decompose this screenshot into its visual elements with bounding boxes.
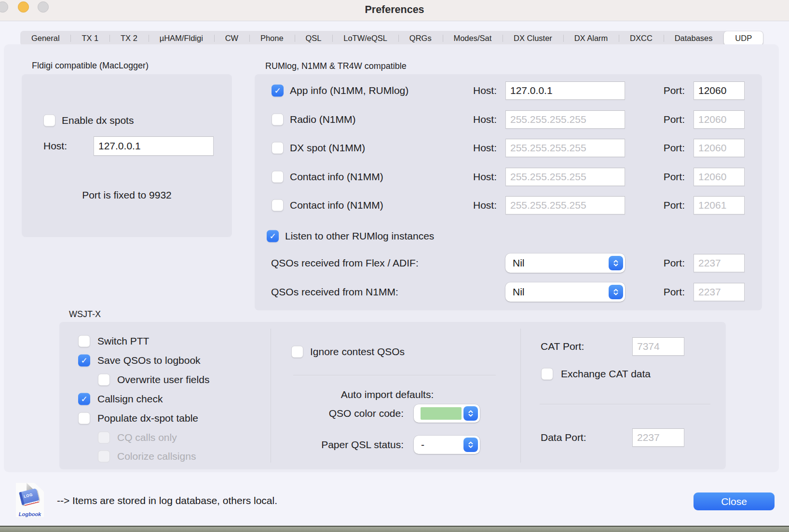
tab-tx1[interactable]: TX 1 (70, 31, 109, 46)
dx-spot-label: DX spot (N1MM) (290, 142, 365, 154)
radio-port-input[interactable] (694, 110, 745, 129)
exchange-cat-label: Exchange CAT data (561, 368, 651, 380)
cat-port-input[interactable] (632, 337, 684, 356)
app-info-row: App info (N1MM, RUMlog) Host: Port: (255, 81, 762, 100)
port-label: Port: (626, 142, 685, 154)
tab-modes-sat[interactable]: Modes/Sat (443, 31, 503, 46)
qso-n1mm-port-input[interactable] (694, 283, 745, 301)
radio-host-input[interactable] (505, 110, 625, 129)
contact-info-host-input-2[interactable] (505, 196, 625, 214)
exchange-cat-row: Exchange CAT data (59, 364, 726, 384)
fldigi-host-label: Host: (43, 140, 67, 152)
radio-label: Radio (N1MM) (290, 114, 356, 125)
contact-info-label-2: Contact info (N1MM) (290, 200, 383, 211)
host-label: Host: (438, 142, 497, 154)
right-divider (540, 404, 710, 404)
host-label: Host: (438, 171, 497, 183)
tab-phone[interactable]: Phone (249, 31, 295, 46)
qso-color-code-dropdown[interactable] (414, 404, 480, 423)
stepper-icon (463, 406, 478, 421)
contact-info-port-input-1[interactable] (694, 168, 745, 186)
qso-color-code-label: QSO color code: (291, 408, 404, 419)
tab-cw[interactable]: CW (214, 31, 249, 46)
dx-spot-host-input[interactable] (505, 139, 625, 157)
fldigi-host-row: Host: (22, 136, 232, 156)
contact-info-row-1: Contact info (N1MM) Host: Port: (255, 168, 762, 186)
cat-port-row: CAT Port: (59, 337, 726, 356)
fldigi-section-header: Fldigi compatible (MacLogger) (32, 61, 149, 71)
contact-info-checkbox-1[interactable] (272, 171, 284, 183)
wsjtx-group-box: Switch PTT Save QSOs to logbook Overwrit… (59, 322, 726, 469)
tab-uham-fldigi[interactable]: µHAM/Fldigi (149, 31, 214, 46)
qso-n1mm-dropdown[interactable]: Nil (505, 282, 625, 302)
logbook-icon-caption: Logbook (16, 511, 44, 517)
tab-dx-cluster[interactable]: DX Cluster (503, 31, 563, 46)
rumlog-group-box: App info (N1MM, RUMlog) Host: Port: Radi… (255, 74, 762, 310)
wsjtx-section-header: WSJT-X (69, 309, 101, 319)
rumlog-section-header: RUMlog, N1MM & TR4W compatible (265, 61, 407, 71)
dx-spot-port-input[interactable] (694, 139, 745, 157)
contact-info-row-2: Contact info (N1MM) Host: Port: (255, 196, 762, 214)
tab-general[interactable]: General (20, 31, 70, 46)
port-label: Port: (626, 257, 685, 269)
data-port-row: Data Port: (59, 428, 726, 447)
stepper-icon (609, 285, 623, 299)
enable-dx-spots-label: Enable dx spots (62, 115, 134, 126)
callsign-check-checkbox[interactable] (78, 393, 90, 405)
fldigi-group-box: Enable dx spots Host: Port is fixed to 9… (22, 74, 232, 237)
radio-row: Radio (N1MM) Host: Port: (255, 110, 762, 129)
app-info-checkbox[interactable] (272, 85, 284, 97)
fldigi-host-input[interactable] (94, 136, 214, 156)
window-title: Preferences (0, 4, 789, 16)
data-port-input[interactable] (632, 428, 684, 447)
host-label: Host: (438, 85, 497, 96)
callsign-check-label: Callsign check (97, 393, 163, 405)
fldigi-port-note: Port is fixed to 9932 (22, 189, 232, 201)
qso-color-swatch (421, 407, 462, 420)
qso-flex-adif-label: QSOs received from Flex / ADIF: (271, 257, 419, 269)
qso-n1mm-label: QSOs received from N1MM: (271, 286, 398, 298)
contact-info-checkbox-2[interactable] (272, 200, 284, 212)
enable-dx-spots-checkbox[interactable] (43, 115, 55, 127)
contact-info-port-input-2[interactable] (694, 196, 745, 214)
host-label: Host: (438, 114, 497, 125)
app-info-label: App info (N1MM, RUMlog) (290, 85, 408, 96)
qso-n1mm-row: QSOs received from N1MM: Nil Port: (255, 282, 762, 302)
port-label: Port: (626, 171, 685, 183)
radio-checkbox[interactable] (272, 114, 284, 126)
qso-color-code-row: QSO color code: (59, 404, 726, 423)
qso-flex-adif-dropdown[interactable]: Nil (505, 253, 625, 273)
tab-tx2[interactable]: TX 2 (109, 31, 149, 46)
app-info-port-input[interactable] (694, 81, 745, 100)
qso-n1mm-value: Nil (505, 286, 607, 298)
tab-lotw-eqsl[interactable]: LoTW/eQSL (332, 31, 398, 46)
data-port-label: Data Port: (541, 432, 586, 443)
auto-import-header: Auto import defaults: (276, 389, 498, 400)
footer-note: --> Items are stored in log database, ot… (57, 495, 277, 506)
qso-flex-adif-row: QSOs received from Flex / ADIF: Nil Port… (255, 253, 762, 273)
cat-port-label: CAT Port: (541, 341, 584, 352)
tab-databases[interactable]: Databases (664, 31, 724, 46)
app-info-host-input[interactable] (505, 81, 625, 100)
port-label: Port: (626, 286, 685, 298)
port-label: Port: (626, 200, 685, 211)
dx-spot-checkbox[interactable] (272, 142, 284, 154)
contact-info-host-input-1[interactable] (505, 168, 625, 186)
tab-udp[interactable]: UDP (724, 31, 763, 45)
exchange-cat-checkbox[interactable] (541, 368, 553, 380)
tab-qrgs[interactable]: QRGs (398, 31, 443, 46)
listen-rumlog-checkbox[interactable] (267, 230, 279, 242)
tab-dxcc[interactable]: DXCC (619, 31, 664, 46)
port-label: Port: (626, 85, 685, 96)
listen-rumlog-row: Listen to other RUMlog instances (255, 227, 762, 245)
close-button[interactable]: Close (694, 492, 775, 510)
listen-rumlog-label: Listen to other RUMlog instances (285, 230, 434, 242)
tab-dx-alarm[interactable]: DX Alarm (563, 31, 619, 46)
host-label: Host: (438, 200, 497, 211)
tab-qsl[interactable]: QSL (295, 31, 333, 46)
title-bar: Preferences (0, 0, 789, 21)
dx-spot-row: DX spot (N1MM) Host: Port: (255, 139, 762, 157)
qso-flex-adif-value: Nil (505, 257, 607, 269)
qso-flex-adif-port-input[interactable] (694, 254, 745, 272)
preferences-tab-bar: General TX 1 TX 2 µHAM/Fldigi CW Phone Q… (20, 31, 763, 46)
